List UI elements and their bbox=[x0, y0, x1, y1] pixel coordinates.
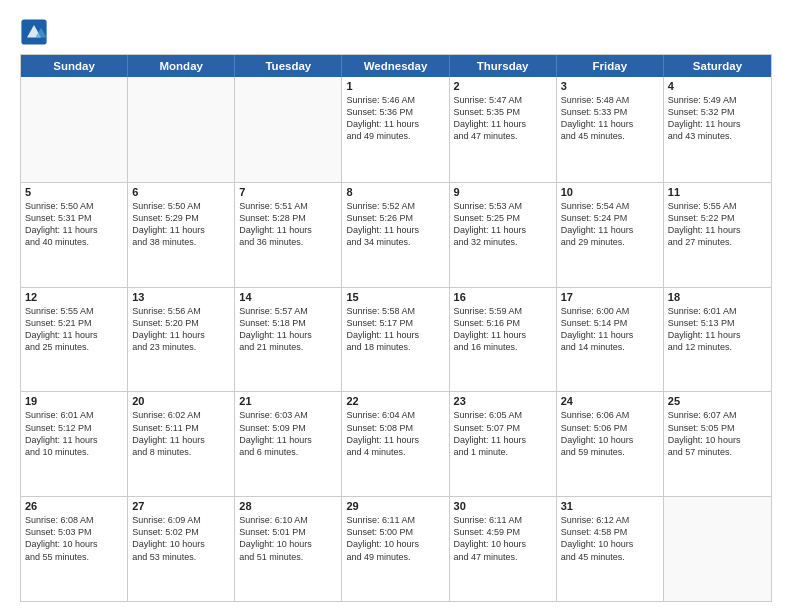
calendar-row-3: 12Sunrise: 5:55 AM Sunset: 5:21 PM Dayli… bbox=[21, 287, 771, 392]
header-day-saturday: Saturday bbox=[664, 55, 771, 77]
day-number: 12 bbox=[25, 291, 123, 303]
day-cell-30: 30Sunrise: 6:11 AM Sunset: 4:59 PM Dayli… bbox=[450, 497, 557, 601]
day-info: Sunrise: 5:58 AM Sunset: 5:17 PM Dayligh… bbox=[346, 305, 444, 354]
empty-cell bbox=[21, 77, 128, 182]
day-info: Sunrise: 5:50 AM Sunset: 5:29 PM Dayligh… bbox=[132, 200, 230, 249]
day-cell-21: 21Sunrise: 6:03 AM Sunset: 5:09 PM Dayli… bbox=[235, 392, 342, 496]
day-info: Sunrise: 5:56 AM Sunset: 5:20 PM Dayligh… bbox=[132, 305, 230, 354]
day-cell-10: 10Sunrise: 5:54 AM Sunset: 5:24 PM Dayli… bbox=[557, 183, 664, 287]
day-number: 11 bbox=[668, 186, 767, 198]
day-info: Sunrise: 5:50 AM Sunset: 5:31 PM Dayligh… bbox=[25, 200, 123, 249]
day-info: Sunrise: 5:49 AM Sunset: 5:32 PM Dayligh… bbox=[668, 94, 767, 143]
day-cell-25: 25Sunrise: 6:07 AM Sunset: 5:05 PM Dayli… bbox=[664, 392, 771, 496]
day-info: Sunrise: 5:55 AM Sunset: 5:21 PM Dayligh… bbox=[25, 305, 123, 354]
day-info: Sunrise: 6:00 AM Sunset: 5:14 PM Dayligh… bbox=[561, 305, 659, 354]
empty-cell bbox=[664, 497, 771, 601]
calendar-body: 1Sunrise: 5:46 AM Sunset: 5:36 PM Daylig… bbox=[21, 77, 771, 601]
day-number: 23 bbox=[454, 395, 552, 407]
day-number: 14 bbox=[239, 291, 337, 303]
day-number: 21 bbox=[239, 395, 337, 407]
day-info: Sunrise: 6:04 AM Sunset: 5:08 PM Dayligh… bbox=[346, 409, 444, 458]
day-info: Sunrise: 5:52 AM Sunset: 5:26 PM Dayligh… bbox=[346, 200, 444, 249]
day-info: Sunrise: 5:46 AM Sunset: 5:36 PM Dayligh… bbox=[346, 94, 444, 143]
day-cell-9: 9Sunrise: 5:53 AM Sunset: 5:25 PM Daylig… bbox=[450, 183, 557, 287]
day-number: 9 bbox=[454, 186, 552, 198]
day-number: 17 bbox=[561, 291, 659, 303]
day-number: 31 bbox=[561, 500, 659, 512]
header-day-friday: Friday bbox=[557, 55, 664, 77]
day-cell-18: 18Sunrise: 6:01 AM Sunset: 5:13 PM Dayli… bbox=[664, 288, 771, 392]
day-number: 18 bbox=[668, 291, 767, 303]
day-cell-12: 12Sunrise: 5:55 AM Sunset: 5:21 PM Dayli… bbox=[21, 288, 128, 392]
day-info: Sunrise: 5:59 AM Sunset: 5:16 PM Dayligh… bbox=[454, 305, 552, 354]
day-info: Sunrise: 5:53 AM Sunset: 5:25 PM Dayligh… bbox=[454, 200, 552, 249]
day-number: 5 bbox=[25, 186, 123, 198]
day-number: 25 bbox=[668, 395, 767, 407]
day-cell-17: 17Sunrise: 6:00 AM Sunset: 5:14 PM Dayli… bbox=[557, 288, 664, 392]
day-number: 19 bbox=[25, 395, 123, 407]
day-info: Sunrise: 6:08 AM Sunset: 5:03 PM Dayligh… bbox=[25, 514, 123, 563]
header bbox=[20, 18, 772, 46]
calendar-header: SundayMondayTuesdayWednesdayThursdayFrid… bbox=[21, 55, 771, 77]
day-cell-3: 3Sunrise: 5:48 AM Sunset: 5:33 PM Daylig… bbox=[557, 77, 664, 182]
day-info: Sunrise: 6:01 AM Sunset: 5:13 PM Dayligh… bbox=[668, 305, 767, 354]
day-info: Sunrise: 6:01 AM Sunset: 5:12 PM Dayligh… bbox=[25, 409, 123, 458]
day-number: 24 bbox=[561, 395, 659, 407]
day-cell-6: 6Sunrise: 5:50 AM Sunset: 5:29 PM Daylig… bbox=[128, 183, 235, 287]
day-cell-20: 20Sunrise: 6:02 AM Sunset: 5:11 PM Dayli… bbox=[128, 392, 235, 496]
day-info: Sunrise: 6:02 AM Sunset: 5:11 PM Dayligh… bbox=[132, 409, 230, 458]
day-cell-1: 1Sunrise: 5:46 AM Sunset: 5:36 PM Daylig… bbox=[342, 77, 449, 182]
day-info: Sunrise: 6:07 AM Sunset: 5:05 PM Dayligh… bbox=[668, 409, 767, 458]
day-info: Sunrise: 5:55 AM Sunset: 5:22 PM Dayligh… bbox=[668, 200, 767, 249]
day-info: Sunrise: 5:47 AM Sunset: 5:35 PM Dayligh… bbox=[454, 94, 552, 143]
day-number: 1 bbox=[346, 80, 444, 92]
day-number: 4 bbox=[668, 80, 767, 92]
day-cell-29: 29Sunrise: 6:11 AM Sunset: 5:00 PM Dayli… bbox=[342, 497, 449, 601]
day-number: 7 bbox=[239, 186, 337, 198]
day-cell-4: 4Sunrise: 5:49 AM Sunset: 5:32 PM Daylig… bbox=[664, 77, 771, 182]
day-info: Sunrise: 6:12 AM Sunset: 4:58 PM Dayligh… bbox=[561, 514, 659, 563]
day-cell-26: 26Sunrise: 6:08 AM Sunset: 5:03 PM Dayli… bbox=[21, 497, 128, 601]
calendar-row-4: 19Sunrise: 6:01 AM Sunset: 5:12 PM Dayli… bbox=[21, 391, 771, 496]
day-cell-31: 31Sunrise: 6:12 AM Sunset: 4:58 PM Dayli… bbox=[557, 497, 664, 601]
day-info: Sunrise: 6:09 AM Sunset: 5:02 PM Dayligh… bbox=[132, 514, 230, 563]
day-info: Sunrise: 6:10 AM Sunset: 5:01 PM Dayligh… bbox=[239, 514, 337, 563]
day-cell-5: 5Sunrise: 5:50 AM Sunset: 5:31 PM Daylig… bbox=[21, 183, 128, 287]
logo-icon bbox=[20, 18, 48, 46]
day-cell-16: 16Sunrise: 5:59 AM Sunset: 5:16 PM Dayli… bbox=[450, 288, 557, 392]
header-day-sunday: Sunday bbox=[21, 55, 128, 77]
day-cell-19: 19Sunrise: 6:01 AM Sunset: 5:12 PM Dayli… bbox=[21, 392, 128, 496]
day-number: 29 bbox=[346, 500, 444, 512]
day-number: 20 bbox=[132, 395, 230, 407]
empty-cell bbox=[235, 77, 342, 182]
day-info: Sunrise: 6:06 AM Sunset: 5:06 PM Dayligh… bbox=[561, 409, 659, 458]
day-number: 15 bbox=[346, 291, 444, 303]
header-day-thursday: Thursday bbox=[450, 55, 557, 77]
day-cell-28: 28Sunrise: 6:10 AM Sunset: 5:01 PM Dayli… bbox=[235, 497, 342, 601]
day-info: Sunrise: 5:51 AM Sunset: 5:28 PM Dayligh… bbox=[239, 200, 337, 249]
day-cell-27: 27Sunrise: 6:09 AM Sunset: 5:02 PM Dayli… bbox=[128, 497, 235, 601]
day-cell-7: 7Sunrise: 5:51 AM Sunset: 5:28 PM Daylig… bbox=[235, 183, 342, 287]
day-info: Sunrise: 6:05 AM Sunset: 5:07 PM Dayligh… bbox=[454, 409, 552, 458]
day-number: 10 bbox=[561, 186, 659, 198]
day-number: 27 bbox=[132, 500, 230, 512]
day-cell-13: 13Sunrise: 5:56 AM Sunset: 5:20 PM Dayli… bbox=[128, 288, 235, 392]
day-cell-11: 11Sunrise: 5:55 AM Sunset: 5:22 PM Dayli… bbox=[664, 183, 771, 287]
day-number: 26 bbox=[25, 500, 123, 512]
calendar: SundayMondayTuesdayWednesdayThursdayFrid… bbox=[20, 54, 772, 602]
header-day-monday: Monday bbox=[128, 55, 235, 77]
header-day-tuesday: Tuesday bbox=[235, 55, 342, 77]
day-number: 16 bbox=[454, 291, 552, 303]
day-cell-15: 15Sunrise: 5:58 AM Sunset: 5:17 PM Dayli… bbox=[342, 288, 449, 392]
calendar-row-1: 1Sunrise: 5:46 AM Sunset: 5:36 PM Daylig… bbox=[21, 77, 771, 182]
day-info: Sunrise: 5:57 AM Sunset: 5:18 PM Dayligh… bbox=[239, 305, 337, 354]
calendar-row-2: 5Sunrise: 5:50 AM Sunset: 5:31 PM Daylig… bbox=[21, 182, 771, 287]
day-info: Sunrise: 6:11 AM Sunset: 4:59 PM Dayligh… bbox=[454, 514, 552, 563]
day-cell-14: 14Sunrise: 5:57 AM Sunset: 5:18 PM Dayli… bbox=[235, 288, 342, 392]
day-number: 2 bbox=[454, 80, 552, 92]
day-info: Sunrise: 6:11 AM Sunset: 5:00 PM Dayligh… bbox=[346, 514, 444, 563]
day-number: 22 bbox=[346, 395, 444, 407]
day-cell-22: 22Sunrise: 6:04 AM Sunset: 5:08 PM Dayli… bbox=[342, 392, 449, 496]
day-cell-24: 24Sunrise: 6:06 AM Sunset: 5:06 PM Dayli… bbox=[557, 392, 664, 496]
header-day-wednesday: Wednesday bbox=[342, 55, 449, 77]
